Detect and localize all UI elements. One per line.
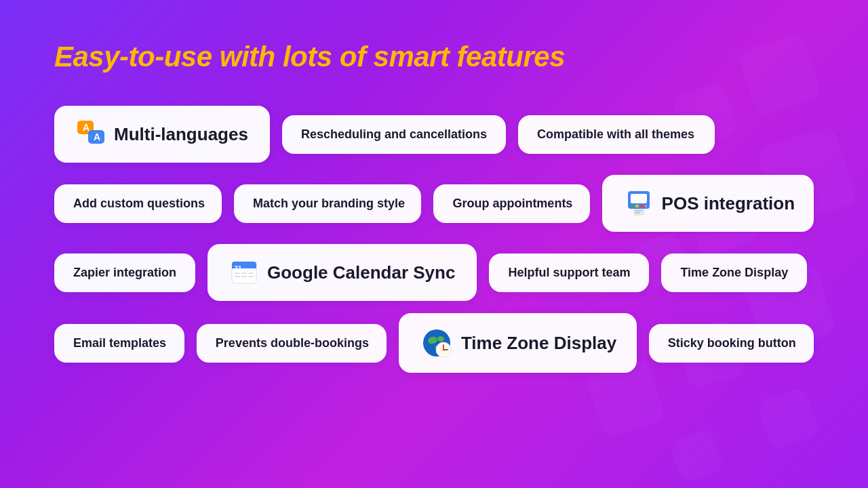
feature-label: Rescheduling and cancellations (301, 127, 487, 142)
svg-rect-6 (631, 205, 634, 207)
feature-pos-integration[interactable]: POS integration (602, 175, 814, 232)
feature-timezone-sm[interactable]: Time Zone Display (661, 253, 807, 292)
feature-branding[interactable]: Match your branding style (234, 184, 421, 223)
feature-label: Multi-languages (114, 124, 248, 145)
svg-rect-19 (235, 276, 240, 277)
feature-label: Zapier integration (73, 266, 176, 280)
features-row-1: A A Multi-languages Rescheduling and can… (54, 106, 814, 163)
svg-rect-17 (241, 272, 247, 274)
svg-rect-12 (635, 212, 640, 214)
feature-rescheduling[interactable]: Rescheduling and cancellations (282, 115, 506, 154)
globe-icon (420, 327, 453, 359)
svg-rect-5 (631, 194, 647, 203)
page-heading: Easy-to-use with lots of smart features (54, 41, 814, 73)
features-row-4: Email templates Prevents double-bookings (54, 313, 814, 373)
feature-multi-languages[interactable]: A A Multi-languages (54, 106, 270, 163)
feature-group-appointments[interactable]: Group appointments (433, 184, 589, 223)
svg-rect-7 (635, 205, 639, 207)
svg-rect-20 (241, 276, 247, 277)
feature-timezone-lg[interactable]: Time Zone Display (399, 313, 637, 373)
svg-rect-16 (235, 272, 240, 274)
feature-label: Email templates (73, 336, 166, 350)
feature-gcal[interactable]: 31 Google Calendar Sync (208, 244, 477, 301)
features-grid: A A Multi-languages Rescheduling and can… (54, 106, 814, 373)
feature-label: Time Zone Display (461, 333, 616, 354)
svg-rect-9 (645, 205, 647, 207)
feature-email[interactable]: Email templates (54, 324, 184, 363)
feature-label: Google Calendar Sync (267, 262, 455, 283)
feature-support[interactable]: Helpful support team (489, 253, 649, 292)
feature-label: POS integration (662, 193, 795, 214)
feature-label: Sticky booking button (668, 336, 796, 350)
svg-rect-21 (248, 276, 254, 277)
feature-custom-questions[interactable]: Add custom questions (54, 184, 222, 223)
svg-text:A: A (94, 131, 100, 142)
svg-point-31 (442, 349, 444, 351)
feature-compatible[interactable]: Compatible with all themes (518, 115, 715, 154)
feature-label: Group appointments (452, 197, 572, 211)
translate-icon: A A (76, 119, 106, 149)
feature-zapier[interactable]: Zapier integration (54, 253, 195, 292)
feature-label: Time Zone Display (680, 266, 788, 280)
svg-text:A: A (83, 122, 90, 133)
feature-label: Match your branding style (253, 197, 405, 211)
svg-rect-8 (640, 205, 644, 207)
svg-rect-18 (248, 272, 254, 274)
feature-sticky-booking[interactable]: Sticky booking button (649, 324, 814, 363)
feature-label: Compatible with all themes (537, 127, 694, 142)
feature-label: Prevents double-bookings (216, 336, 369, 350)
feature-double-bookings[interactable]: Prevents double-bookings (197, 324, 387, 363)
svg-rect-11 (635, 210, 643, 211)
features-row-2: Add custom questions Match your branding… (54, 175, 814, 232)
feature-label: Add custom questions (73, 197, 205, 211)
pos-icon (624, 188, 654, 218)
features-row-3: Zapier integration (54, 244, 814, 301)
feature-label: Helpful support team (508, 266, 630, 280)
svg-text:31: 31 (234, 265, 242, 272)
gcal-icon: 31 (229, 258, 259, 287)
